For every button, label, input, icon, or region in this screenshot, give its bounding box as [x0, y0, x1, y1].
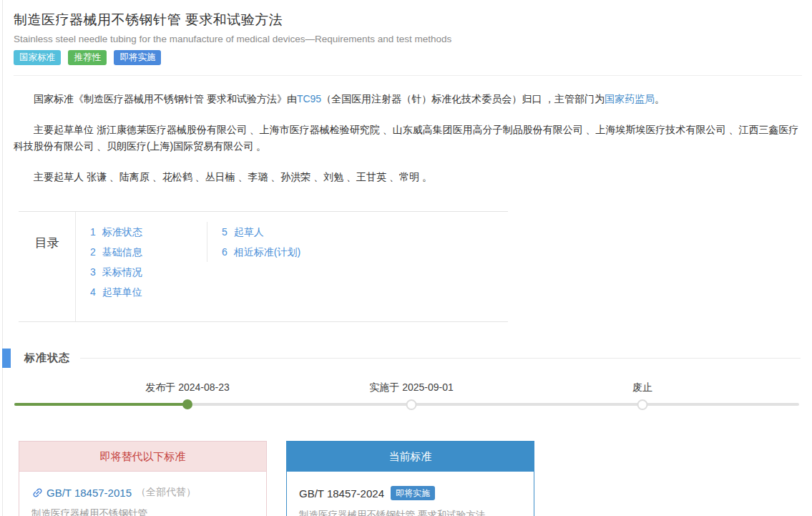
toc-columns: 1标准状态 2基础信息 3采标情况 4起草单位 5起草人 6相近标准(计划)	[76, 212, 350, 321]
badge-upcoming: 即将实施	[114, 50, 161, 65]
milestone-label-abolished: 废止	[632, 381, 652, 394]
toc-item-basic-info[interactable]: 2基础信息	[90, 242, 207, 262]
badge-row: 国家标准 推荐性 即将实施	[14, 50, 802, 65]
toc-label: 目录	[35, 235, 59, 304]
standard-cards-row: 即将替代以下标准 GB/T 18457-2015 （全部代替） 制造医疗器械用不…	[14, 441, 802, 516]
page-subtitle-english: Stainless steel needle tubing for the ma…	[14, 34, 802, 44]
toc-item-standard-status[interactable]: 1标准状态	[90, 222, 207, 242]
table-of-contents: 目录 1标准状态 2基础信息 3采标情况 4起草单位 5起草人 6相近标准(计划…	[19, 211, 508, 322]
toc-item-number: 6	[222, 246, 228, 258]
milestone-label-published: 发布于 2024-08-23	[145, 381, 230, 394]
p1-text-middle: （全国医用注射器（针）标准化技术委员会）归口 ，主管部门为	[321, 93, 605, 104]
toc-item-number: 1	[90, 226, 96, 238]
current-standard-description: 制造医疗器械用不锈钢针管 要求和试验方法	[299, 509, 522, 516]
card-replaced-body: GB/T 18457-2015 （全部代替） 制造医疗器械用不锈钢针管	[19, 472, 266, 516]
current-standard-row: GB/T 18457-2024 即将实施	[299, 486, 522, 500]
milestone-dot-implemented	[406, 399, 417, 410]
toc-column-1: 1标准状态 2基础信息 3采标情况 4起草单位	[76, 222, 207, 302]
toc-item-similar-standards[interactable]: 6相近标准(计划)	[222, 242, 350, 262]
page-title: 制造医疗器械用不锈钢针管 要求和试验方法	[14, 0, 802, 29]
toc-item-number: 2	[90, 246, 96, 258]
section-title: 标准状态	[24, 351, 70, 365]
section-accent-bar	[2, 349, 11, 368]
authority-link[interactable]: 国家药监局	[605, 93, 655, 104]
status-timeline: 发布于 2024-08-23 实施于 2025-09-01 废止	[14, 379, 802, 425]
badge-national-standard: 国家标准	[14, 50, 61, 65]
toc-column-2: 5起草人 6相近标准(计划)	[207, 222, 350, 262]
replaced-standard-description: 制造医疗器械用不锈钢针管	[31, 507, 254, 516]
toc-item-label: 起草人	[234, 226, 264, 238]
toc-item-adoption[interactable]: 3采标情况	[90, 262, 207, 282]
replaced-standard-note: （全部代替）	[136, 486, 196, 499]
toc-item-number: 4	[90, 286, 96, 298]
toc-item-number: 5	[222, 226, 228, 238]
toc-item-drafting-units[interactable]: 4起草单位	[90, 282, 207, 302]
card-current-standard: 当前标准 GB/T 18457-2024 即将实施 制造医疗器械用不锈钢针管 要…	[286, 441, 534, 516]
timeline-progress	[14, 403, 188, 406]
toc-item-number: 3	[90, 266, 96, 278]
card-current-body: GB/T 18457-2024 即将实施 制造医疗器械用不锈钢针管 要求和试验方…	[287, 472, 534, 516]
page-container: 制造医疗器械用不锈钢针管 要求和试验方法 Stainless steel nee…	[2, 0, 812, 516]
toc-item-label: 基础信息	[102, 246, 142, 258]
toc-item-label: 起草单位	[102, 286, 142, 298]
tc95-link[interactable]: TC95	[297, 93, 321, 104]
card-replaced-header: 即将替代以下标准	[19, 442, 266, 472]
header-divider	[14, 75, 802, 76]
link-icon	[29, 484, 46, 501]
toc-item-label: 相近标准(计划)	[234, 246, 300, 258]
card-current-header: 当前标准	[287, 442, 534, 472]
paragraph-governance: 国家标准《制造医疗器械用不锈钢针管 要求和试验方法》由TC95（全国医用注射器（…	[14, 91, 802, 107]
p1-text-before: 国家标准《制造医疗器械用不锈钢针管 要求和试验方法》由	[34, 93, 297, 104]
toc-item-drafters[interactable]: 5起草人	[222, 222, 350, 242]
replaced-standard-row: GB/T 18457-2015 （全部代替）	[31, 486, 254, 499]
current-standard-status-badge: 即将实施	[391, 486, 435, 500]
toc-item-label: 采标情况	[102, 266, 142, 278]
toc-label-cell: 目录	[19, 212, 76, 321]
section-header-standard-status: 标准状态	[14, 349, 802, 368]
badge-recommended: 推荐性	[68, 50, 107, 65]
toc-item-label: 标准状态	[102, 226, 142, 238]
replaced-standard-link[interactable]: GB/T 18457-2015	[47, 487, 132, 499]
milestone-label-implemented: 实施于 2025-09-01	[369, 381, 454, 394]
milestone-dot-published	[182, 399, 192, 409]
paragraph-drafters: 主要起草人 张谦 、陆离原 、花松鹤 、丛日楠 、李璐 、孙洪荣 、刘勉 、王甘…	[14, 169, 802, 185]
card-replaced-standard: 即将替代以下标准 GB/T 18457-2015 （全部代替） 制造医疗器械用不…	[19, 441, 267, 516]
current-standard-code: GB/T 18457-2024	[299, 487, 384, 500]
section-rule	[80, 358, 801, 359]
p1-text-end: 。	[655, 93, 665, 104]
paragraph-drafting-units: 主要起草单位 浙江康德莱医疗器械股份有限公司 、上海市医疗器械检验研究院 、山东…	[14, 122, 802, 155]
milestone-dot-abolished	[637, 399, 648, 410]
